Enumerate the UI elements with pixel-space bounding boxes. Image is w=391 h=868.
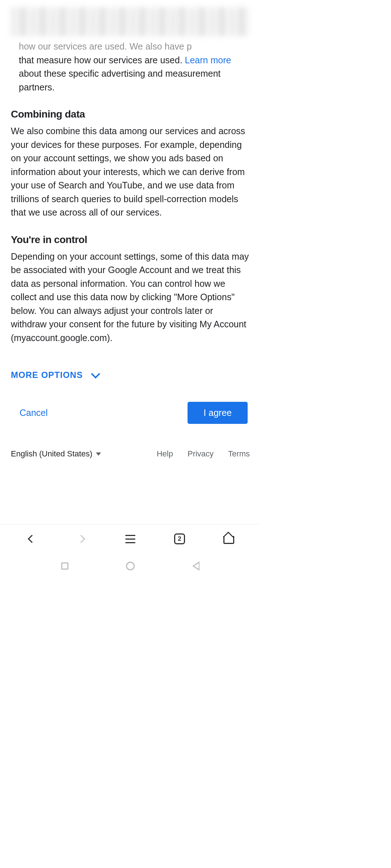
intro-text-after-link: about these specific advertising and mea… bbox=[19, 68, 220, 92]
button-row: Cancel I agree bbox=[11, 395, 250, 446]
system-back-button[interactable] bbox=[192, 561, 199, 571]
language-selector[interactable]: English (United States) bbox=[11, 449, 101, 459]
system-recent-button[interactable] bbox=[61, 562, 68, 570]
more-options-label: MORE OPTIONS bbox=[11, 370, 83, 380]
combining-data-heading: Combining data bbox=[11, 109, 250, 120]
recent-apps-icon bbox=[61, 562, 68, 570]
cancel-button[interactable]: Cancel bbox=[13, 403, 54, 422]
language-label: English (United States) bbox=[11, 449, 92, 459]
main-content: how our services are used. We also have … bbox=[0, 40, 261, 473]
partial-cut-text: how our services are used. We also have … bbox=[19, 40, 250, 54]
terms-link[interactable]: Terms bbox=[228, 449, 250, 459]
back-triangle-icon bbox=[192, 561, 199, 571]
chevron-right-icon bbox=[77, 535, 85, 543]
help-link[interactable]: Help bbox=[157, 449, 173, 459]
triangle-down-icon bbox=[96, 452, 101, 456]
youre-in-control-body: Depending on your account settings, some… bbox=[11, 250, 250, 345]
tab-count: 2 bbox=[178, 535, 181, 542]
agree-button[interactable]: I agree bbox=[188, 402, 248, 424]
intro-text-before-link: that measure how our services are used. bbox=[19, 55, 185, 65]
system-home-button[interactable] bbox=[126, 562, 135, 570]
learn-more-link[interactable]: Learn more bbox=[185, 55, 231, 65]
privacy-link[interactable]: Privacy bbox=[188, 449, 214, 459]
browser-forward-button[interactable] bbox=[74, 532, 88, 546]
home-circle-icon bbox=[126, 562, 135, 570]
hamburger-icon bbox=[125, 535, 135, 543]
youre-in-control-heading: You're in control bbox=[11, 234, 250, 246]
home-icon bbox=[223, 534, 234, 544]
combining-data-body: We also combine this data among our serv… bbox=[11, 124, 250, 220]
footer-row: English (United States) Help Privacy Ter… bbox=[11, 446, 250, 473]
more-options-toggle[interactable]: MORE OPTIONS bbox=[11, 370, 250, 380]
browser-navigation-bar: 2 bbox=[0, 524, 261, 553]
browser-back-button[interactable] bbox=[25, 532, 39, 546]
tabs-icon: 2 bbox=[174, 533, 185, 544]
browser-tabs-button[interactable]: 2 bbox=[172, 532, 187, 546]
chevron-left-icon bbox=[28, 535, 36, 543]
intro-paragraph: how our services are used. We also have … bbox=[19, 40, 250, 94]
chevron-down-icon bbox=[91, 369, 100, 378]
browser-menu-button[interactable] bbox=[123, 532, 138, 546]
browser-home-button[interactable] bbox=[222, 532, 236, 546]
obscured-top-region bbox=[11, 7, 250, 36]
footer-links: Help Privacy Terms bbox=[157, 449, 250, 459]
system-navigation-bar bbox=[0, 553, 261, 579]
